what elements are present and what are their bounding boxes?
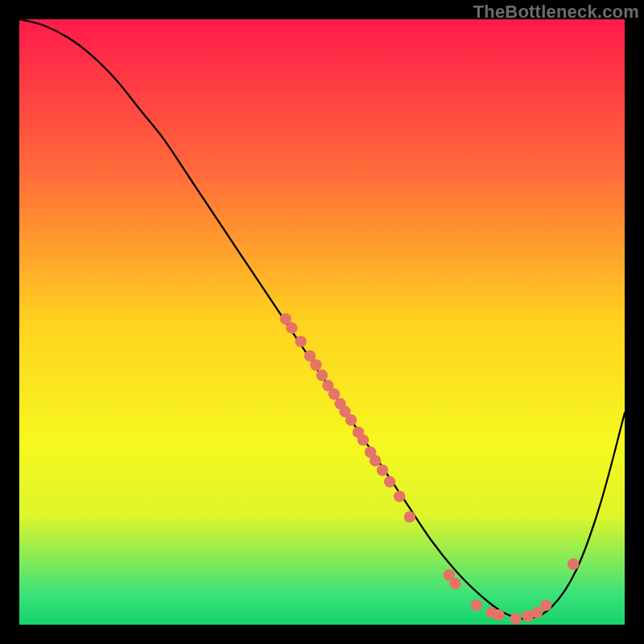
- scatter-dot: [377, 464, 388, 476]
- scatter-dot: [404, 511, 415, 522]
- scatter-dot: [328, 388, 340, 399]
- plot-background: [19, 19, 625, 625]
- scatter-dot: [531, 607, 543, 618]
- scatter-dot: [510, 613, 521, 624]
- scatter-dot: [369, 455, 381, 466]
- bottleneck-chart: [0, 0, 644, 644]
- chart-stage: TheBottleneck.com: [0, 0, 644, 644]
- scatter-dot: [449, 578, 460, 589]
- scatter-dot: [493, 609, 504, 621]
- scatter-dot: [310, 359, 321, 370]
- scatter-dot: [295, 336, 307, 347]
- scatter-dot: [286, 322, 297, 333]
- scatter-dot: [357, 434, 369, 445]
- attribution-text: TheBottleneck.com: [473, 2, 639, 23]
- scatter-dot: [316, 369, 328, 381]
- scatter-dot: [540, 600, 551, 611]
- scatter-dot: [394, 490, 405, 502]
- scatter-dot: [345, 415, 357, 426]
- scatter-dot: [568, 559, 579, 570]
- scatter-dot: [471, 600, 482, 611]
- scatter-dot: [384, 476, 395, 487]
